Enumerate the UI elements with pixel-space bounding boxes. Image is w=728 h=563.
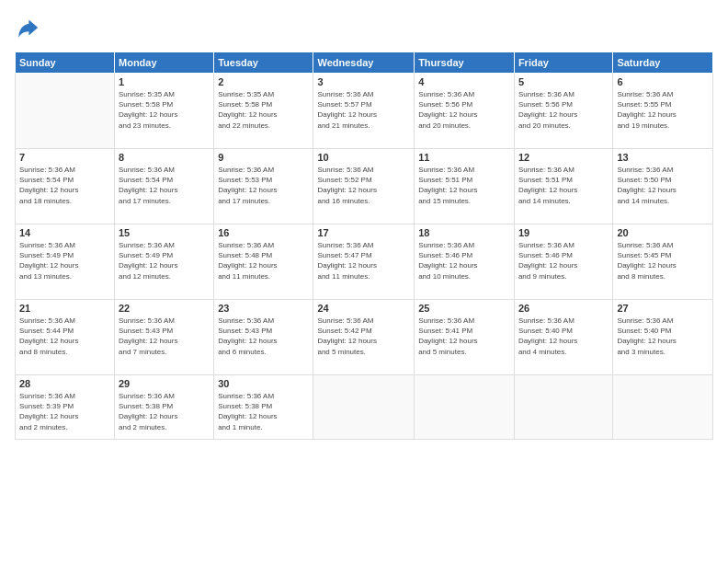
day-number: 21 (19, 303, 110, 314)
day-info: Sunrise: 5:36 AMSunset: 5:47 PMDaylight:… (317, 240, 410, 282)
calendar-cell: 28Sunrise: 5:36 AMSunset: 5:39 PMDayligh… (16, 375, 115, 440)
day-number: 13 (617, 152, 709, 163)
day-number: 9 (218, 152, 309, 163)
calendar-header-row: SundayMondayTuesdayWednesdayThursdayFrid… (16, 52, 713, 74)
day-info: Sunrise: 5:36 AMSunset: 5:46 PMDaylight:… (418, 240, 510, 282)
day-info: Sunrise: 5:36 AMSunset: 5:53 PMDaylight:… (218, 165, 309, 206)
day-number: 5 (518, 76, 609, 87)
calendar-cell: 10Sunrise: 5:36 AMSunset: 5:52 PMDayligh… (313, 149, 415, 224)
day-info: Sunrise: 5:36 AMSunset: 5:49 PMDaylight:… (119, 240, 210, 282)
day-number: 8 (119, 152, 210, 163)
calendar-cell: 16Sunrise: 5:36 AMSunset: 5:48 PMDayligh… (214, 224, 313, 300)
calendar-cell: 7Sunrise: 5:36 AMSunset: 5:54 PMDaylight… (16, 149, 115, 224)
calendar-cell: 19Sunrise: 5:36 AMSunset: 5:46 PMDayligh… (514, 224, 612, 300)
day-info: Sunrise: 5:36 AMSunset: 5:56 PMDaylight:… (518, 89, 609, 131)
day-number: 14 (19, 227, 110, 238)
calendar-cell: 30Sunrise: 5:36 AMSunset: 5:38 PMDayligh… (214, 375, 313, 440)
calendar-cell: 23Sunrise: 5:36 AMSunset: 5:43 PMDayligh… (214, 300, 313, 375)
day-number: 23 (218, 303, 309, 314)
calendar-cell: 8Sunrise: 5:36 AMSunset: 5:54 PMDaylight… (115, 149, 214, 224)
calendar-cell: 2Sunrise: 5:35 AMSunset: 5:58 PMDaylight… (214, 74, 313, 149)
weekday-header: Tuesday (214, 52, 313, 74)
calendar-cell (415, 375, 515, 440)
day-number: 26 (518, 303, 609, 314)
calendar-cell: 5Sunrise: 5:36 AMSunset: 5:56 PMDaylight… (514, 74, 612, 149)
day-number: 29 (119, 378, 210, 389)
day-info: Sunrise: 5:36 AMSunset: 5:43 PMDaylight:… (218, 316, 309, 357)
calendar-cell: 20Sunrise: 5:36 AMSunset: 5:45 PMDayligh… (613, 224, 713, 300)
calendar-cell: 15Sunrise: 5:36 AMSunset: 5:49 PMDayligh… (115, 224, 214, 300)
calendar-cell: 6Sunrise: 5:36 AMSunset: 5:55 PMDaylight… (613, 74, 713, 149)
weekday-header: Thursday (415, 52, 515, 74)
day-number: 11 (418, 152, 510, 163)
day-info: Sunrise: 5:36 AMSunset: 5:45 PMDaylight:… (617, 240, 709, 282)
logo-icon (15, 15, 40, 40)
day-info: Sunrise: 5:35 AMSunset: 5:58 PMDaylight:… (119, 89, 210, 131)
day-number: 24 (317, 303, 410, 314)
calendar-cell: 18Sunrise: 5:36 AMSunset: 5:46 PMDayligh… (415, 224, 515, 300)
day-info: Sunrise: 5:36 AMSunset: 5:50 PMDaylight:… (617, 165, 709, 206)
day-number: 28 (19, 378, 110, 389)
calendar-cell: 12Sunrise: 5:36 AMSunset: 5:51 PMDayligh… (514, 149, 612, 224)
calendar-cell: 11Sunrise: 5:36 AMSunset: 5:51 PMDayligh… (415, 149, 515, 224)
calendar-cell (313, 375, 415, 440)
day-number: 1 (119, 76, 210, 87)
day-number: 3 (317, 76, 410, 87)
day-number: 25 (418, 303, 510, 314)
day-info: Sunrise: 5:36 AMSunset: 5:38 PMDaylight:… (218, 391, 309, 432)
day-info: Sunrise: 5:36 AMSunset: 5:46 PMDaylight:… (518, 240, 609, 282)
day-info: Sunrise: 5:36 AMSunset: 5:43 PMDaylight:… (119, 316, 210, 357)
calendar-cell (514, 375, 612, 440)
day-info: Sunrise: 5:36 AMSunset: 5:52 PMDaylight:… (317, 165, 410, 206)
weekday-header: Monday (115, 52, 214, 74)
day-number: 2 (218, 76, 309, 87)
calendar-cell: 24Sunrise: 5:36 AMSunset: 5:42 PMDayligh… (313, 300, 415, 375)
page-header (15, 15, 713, 40)
day-info: Sunrise: 5:36 AMSunset: 5:56 PMDaylight:… (418, 89, 510, 131)
day-info: Sunrise: 5:36 AMSunset: 5:48 PMDaylight:… (218, 240, 309, 282)
day-info: Sunrise: 5:36 AMSunset: 5:40 PMDaylight:… (518, 316, 609, 357)
calendar: SundayMondayTuesdayWednesdayThursdayFrid… (15, 52, 713, 440)
day-info: Sunrise: 5:36 AMSunset: 5:38 PMDaylight:… (119, 391, 210, 432)
day-info: Sunrise: 5:36 AMSunset: 5:54 PMDaylight:… (19, 165, 110, 206)
day-info: Sunrise: 5:36 AMSunset: 5:49 PMDaylight:… (19, 240, 110, 282)
day-number: 6 (617, 76, 709, 87)
day-number: 16 (218, 227, 309, 238)
day-number: 10 (317, 152, 410, 163)
day-number: 17 (317, 227, 410, 238)
weekday-header: Saturday (613, 52, 713, 74)
calendar-cell: 21Sunrise: 5:36 AMSunset: 5:44 PMDayligh… (16, 300, 115, 375)
day-info: Sunrise: 5:36 AMSunset: 5:54 PMDaylight:… (119, 165, 210, 206)
weekday-header: Friday (514, 52, 612, 74)
calendar-cell (613, 375, 713, 440)
day-number: 4 (418, 76, 510, 87)
logo (15, 15, 44, 40)
day-number: 20 (617, 227, 709, 238)
calendar-cell: 25Sunrise: 5:36 AMSunset: 5:41 PMDayligh… (415, 300, 515, 375)
day-number: 7 (19, 152, 110, 163)
calendar-cell: 13Sunrise: 5:36 AMSunset: 5:50 PMDayligh… (613, 149, 713, 224)
calendar-cell: 22Sunrise: 5:36 AMSunset: 5:43 PMDayligh… (115, 300, 214, 375)
day-info: Sunrise: 5:36 AMSunset: 5:41 PMDaylight:… (418, 316, 510, 357)
day-info: Sunrise: 5:36 AMSunset: 5:51 PMDaylight:… (418, 165, 510, 206)
calendar-cell: 26Sunrise: 5:36 AMSunset: 5:40 PMDayligh… (514, 300, 612, 375)
calendar-cell: 29Sunrise: 5:36 AMSunset: 5:38 PMDayligh… (115, 375, 214, 440)
day-number: 15 (119, 227, 210, 238)
day-number: 19 (518, 227, 609, 238)
day-info: Sunrise: 5:35 AMSunset: 5:58 PMDaylight:… (218, 89, 309, 131)
calendar-cell: 1Sunrise: 5:35 AMSunset: 5:58 PMDaylight… (115, 74, 214, 149)
day-info: Sunrise: 5:36 AMSunset: 5:42 PMDaylight:… (317, 316, 410, 357)
calendar-cell: 9Sunrise: 5:36 AMSunset: 5:53 PMDaylight… (214, 149, 313, 224)
calendar-cell: 3Sunrise: 5:36 AMSunset: 5:57 PMDaylight… (313, 74, 415, 149)
day-info: Sunrise: 5:36 AMSunset: 5:57 PMDaylight:… (317, 89, 410, 131)
calendar-cell: 14Sunrise: 5:36 AMSunset: 5:49 PMDayligh… (16, 224, 115, 300)
day-number: 22 (119, 303, 210, 314)
calendar-cell: 4Sunrise: 5:36 AMSunset: 5:56 PMDaylight… (415, 74, 515, 149)
calendar-cell: 27Sunrise: 5:36 AMSunset: 5:40 PMDayligh… (613, 300, 713, 375)
day-number: 18 (418, 227, 510, 238)
weekday-header: Wednesday (313, 52, 415, 74)
day-number: 30 (218, 378, 309, 389)
day-info: Sunrise: 5:36 AMSunset: 5:44 PMDaylight:… (19, 316, 110, 357)
day-info: Sunrise: 5:36 AMSunset: 5:39 PMDaylight:… (19, 391, 110, 432)
calendar-cell: 17Sunrise: 5:36 AMSunset: 5:47 PMDayligh… (313, 224, 415, 300)
